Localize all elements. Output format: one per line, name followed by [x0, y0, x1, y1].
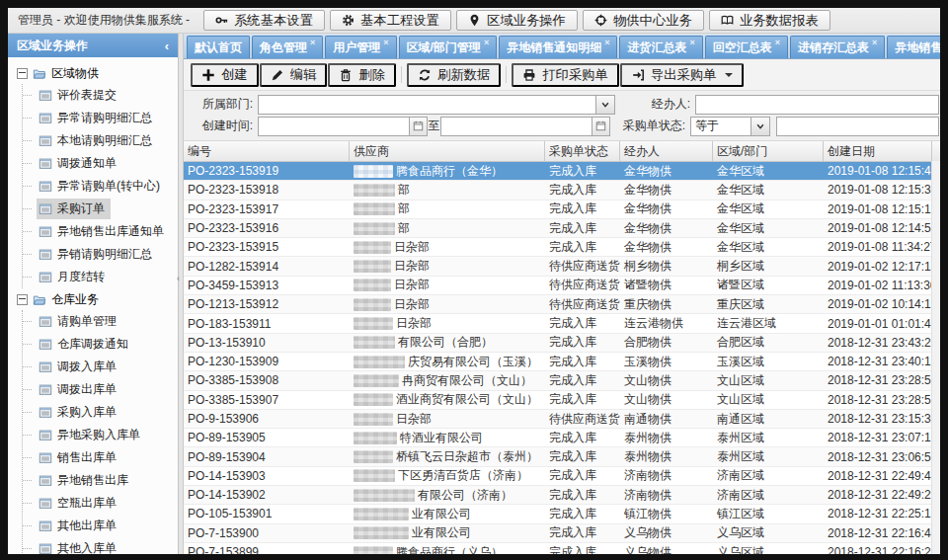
tree-item-1-6[interactable]: 销售出库单 [23, 446, 178, 469]
print-order-button[interactable]: 打印采购单 [512, 63, 619, 87]
date-to-input[interactable] [441, 118, 592, 135]
close-tab-icon[interactable]: × [310, 38, 315, 47]
close-tab-icon[interactable]: × [872, 38, 877, 47]
date-from-input[interactable] [259, 118, 409, 135]
collapse-node-icon[interactable] [17, 68, 28, 79]
tree-item-1-1[interactable]: 仓库调拨通知 [23, 333, 178, 356]
order-row-20[interactable]: PO-7-153899腾食品商行（义乌）完成入库义乌物供义乌区域2018-12-… [184, 543, 940, 554]
column-header-3[interactable]: 经办人 [620, 141, 713, 161]
tree-group-1[interactable]: 仓库业务 [8, 288, 178, 310]
order-row-16[interactable]: PO-14-153903下区勇清百货店（济南）完成入库济南物供济南区域2018-… [184, 467, 940, 486]
tree-item-1-8[interactable]: 空瓶出库单 [23, 492, 178, 515]
department-select[interactable] [258, 95, 615, 115]
tree-item-label: 异地销售出库通知单 [57, 223, 164, 240]
close-tab-icon[interactable]: × [383, 38, 388, 47]
order-row-13[interactable]: PO-9-153906日杂部待供应商送货南通物供南通区域2018-12-31 2… [184, 410, 940, 429]
order-row-15[interactable]: PO-89-153904桥镇飞云日杂超市（泰州）完成入库泰州物供泰州区域2018… [184, 447, 940, 466]
tree-group-0[interactable]: 区域物供 [8, 62, 178, 84]
calendar-icon[interactable] [409, 118, 427, 135]
order-row-4[interactable]: PO-2323-153915日杂部完成入库金华物供金华区域2019-01-08 … [184, 238, 940, 257]
chevron-down-icon[interactable] [595, 96, 614, 114]
menu-button-system-settings[interactable]: 系统基本设置 [203, 10, 325, 31]
tree-item-1-9[interactable]: 其他出库单 [23, 515, 178, 537]
menu-button-data-reports[interactable]: 业务数据报表 [709, 10, 830, 31]
filter-row: 创建时间: 至 采购单状态: 等于 [184, 116, 940, 136]
order-row-3[interactable]: PO-2323-153916部完成入库金华物供金华区域2019-01-08 12… [184, 219, 940, 238]
chevron-down-icon[interactable] [750, 118, 769, 135]
tree-item-1-0[interactable]: 请购单管理 [23, 310, 178, 333]
agent-field[interactable] [695, 95, 939, 115]
tree-item-1-5[interactable]: 异地采购入库单 [23, 424, 178, 446]
status-value-input[interactable] [777, 118, 938, 135]
order-row-10[interactable]: PO-1230-153909庆贸易有限公司（玉溪）完成入库玉溪物供玉溪区域201… [184, 353, 940, 371]
order-row-18[interactable]: PO-105-153901业有限公司完成入库镇江物供镇江区域2018-12-31… [184, 505, 940, 523]
tree-item-0-8[interactable]: 月度结转 [23, 266, 178, 288]
column-header-1[interactable]: 供应商 [350, 141, 545, 161]
delete-button[interactable]: 删除 [328, 63, 396, 87]
tab-0[interactable]: 默认首页 [187, 36, 250, 58]
tab-4[interactable]: 异地销售通知明细× [499, 36, 617, 58]
department-input[interactable] [259, 96, 595, 114]
column-header-4[interactable]: 区域/部门 [713, 141, 824, 161]
create-button[interactable]: 创建 [191, 63, 259, 87]
close-tab-icon[interactable]: × [689, 38, 694, 47]
tree-item-0-2[interactable]: 本地请购明细汇总 [23, 129, 178, 152]
tab-8[interactable]: 异地销售调整明细× [887, 36, 940, 58]
order-row-6[interactable]: PO-3459-153913日杂部待供应商送货诸暨物供诸暨区域2019-01-0… [184, 277, 940, 295]
order-row-14[interactable]: PO-89-153905特酒业有限公司完成入库泰州物供泰州区域2018-12-3… [184, 429, 940, 447]
tab-1[interactable]: 角色管理× [252, 36, 323, 58]
tree-item-0-0[interactable]: 评价表提交 [23, 84, 178, 107]
tree-item-0-4[interactable]: 异常请购单(转中心) [23, 175, 178, 198]
vertical-scrollbar[interactable] [931, 161, 940, 554]
tab-6[interactable]: 回空汇总表× [705, 36, 788, 58]
close-tab-icon[interactable]: × [775, 38, 780, 47]
order-row-0-selected[interactable]: PO-2323-153919腾食品商行（金华）完成入库金华物供金华区域2019-… [184, 162, 940, 181]
tree-item-0-1[interactable]: 异常请购明细汇总 [23, 107, 178, 129]
tab-3[interactable]: 区域/部门管理× [399, 36, 498, 58]
status-value-field[interactable] [776, 117, 939, 136]
edit-button[interactable]: 编辑 [260, 63, 328, 87]
tree-item-0-7[interactable]: 异销请购明细汇总 [23, 243, 178, 266]
order-row-2[interactable]: PO-2323-153917部完成入库金华物供金华区域2019-01-08 12… [184, 200, 940, 219]
column-header-5[interactable]: 创建日期 [824, 141, 932, 161]
collapse-node-icon[interactable] [17, 294, 28, 305]
close-tab-icon[interactable]: × [604, 38, 609, 47]
cell-supplier: 有限公司（合肥） [350, 334, 545, 352]
collapse-sidebar-icon[interactable]: ‹ [165, 39, 169, 53]
tab-2[interactable]: 用户管理× [325, 36, 396, 58]
column-header-0[interactable]: 编号 [184, 141, 350, 161]
order-row-12[interactable]: PO-3385-153907酒业商贸有限公司（文山）完成入库文山物供文山区域20… [184, 391, 940, 410]
agent-input[interactable] [696, 96, 938, 114]
tree-item-1-2[interactable]: 调拨入库单 [23, 356, 178, 378]
tree-item-1-3[interactable]: 调拨出库单 [23, 378, 178, 401]
order-row-1[interactable]: PO-2323-153918部完成入库金华物供金华区域2019-01-08 12… [184, 181, 940, 200]
refresh-button[interactable]: 刷新数据 [407, 63, 501, 87]
order-row-5[interactable]: PO-1282-153914日杂部待供应商送货桐乡物供桐乡区域2019-01-0… [184, 257, 940, 276]
tree-item-1-4[interactable]: 采购入库单 [23, 401, 178, 424]
order-row-8[interactable]: PO-183-153911日杂部完成入库连云港物供连云港区域2019-01-01… [184, 314, 940, 333]
tree-item-0-3[interactable]: 调拨通知单 [23, 152, 178, 175]
close-tab-icon[interactable]: × [484, 38, 489, 47]
cell-agent: 泰州物供 [620, 429, 713, 446]
tab-5[interactable]: 进货汇总表× [619, 36, 702, 58]
cell-agent: 义乌物供 [620, 524, 713, 542]
menu-button-supply-center[interactable]: 物供中心业务 [583, 10, 704, 31]
order-row-9[interactable]: PO-13-153910有限公司（合肥）完成入库合肥物供合肥区域2018-12-… [184, 334, 940, 353]
calendar-icon[interactable] [592, 118, 609, 135]
order-row-19[interactable]: PO-7-153900业有限公司完成入库义乌物供义乌区域2018-12-31 2… [184, 524, 940, 543]
tree-item-1-10[interactable]: 其他入库单 [23, 537, 178, 554]
column-header-2[interactable]: 采购单状态 [545, 141, 620, 161]
date-to-field[interactable] [440, 117, 610, 136]
tree-item-1-7[interactable]: 异地销售出库 [23, 469, 178, 492]
menu-button-regional-operations[interactable]: 区域业务操作 [456, 10, 578, 31]
order-row-7[interactable]: PO-1213-153912日杂部待供应商送货重庆物供重庆区域2019-01-0… [184, 295, 940, 314]
tree-item-0-6[interactable]: 异地销售出库通知单 [23, 220, 178, 243]
status-operator-select[interactable]: 等于 [690, 117, 770, 136]
export-order-button[interactable]: 导出采购单 [620, 63, 744, 87]
date-from-field[interactable] [258, 117, 428, 136]
tab-7[interactable]: 进销存汇总表× [790, 36, 885, 58]
order-row-17[interactable]: PO-14-153902有限公司（济南）完成入库济南物供济南区域2018-12-… [184, 486, 940, 505]
menu-button-engineering-settings[interactable]: 基本工程设置 [330, 10, 451, 31]
order-row-11[interactable]: PO-3385-153908冉商贸有限公司（文山）完成入库文山物供文山区域201… [184, 371, 940, 390]
tree-item-0-5-selected[interactable]: 采购订单 [23, 198, 178, 220]
